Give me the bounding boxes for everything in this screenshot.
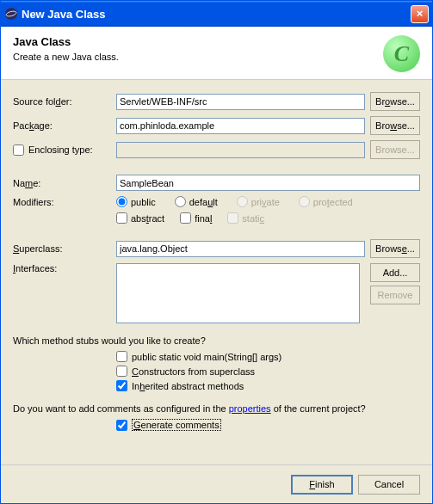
browse-superclass-button[interactable]: Browse...	[370, 239, 420, 258]
modifier-final-checkbox[interactable]: final	[180, 212, 212, 224]
comments-question: Do you want to add comments as configure…	[13, 403, 420, 414]
source-folder-label: Source folder:	[13, 96, 116, 107]
superclass-label: Superclass:	[13, 243, 116, 254]
package-input[interactable]	[116, 118, 365, 134]
modifier-abstract-checkbox[interactable]: abstract	[116, 212, 164, 224]
stub-inherited-checkbox[interactable]: Inherited abstract methods	[116, 380, 420, 391]
dialog-footer: Finish Cancel	[1, 464, 432, 503]
remove-interface-button: Remove	[370, 286, 420, 304]
enclosing-type-checkbox[interactable]: Enclosing type:	[13, 144, 116, 156]
eclipse-icon	[4, 7, 18, 21]
close-button[interactable]: ×	[411, 5, 429, 23]
stub-constructors-checkbox[interactable]: Constructors from superclass	[116, 366, 420, 377]
modifier-private-radio: private	[237, 196, 280, 207]
stub-main-checkbox[interactable]: public static void main(String[] args)	[116, 351, 420, 362]
browse-enclosing-button: Browse...	[370, 140, 420, 159]
modifier-default-radio[interactable]: default	[175, 196, 218, 207]
titlebar: New Java Class ×	[1, 1, 432, 27]
stubs-question: Which method stubs would you like to cre…	[13, 335, 420, 346]
properties-link[interactable]: properties	[229, 403, 271, 414]
interfaces-label: Interfaces:	[13, 263, 116, 274]
name-input[interactable]	[116, 175, 420, 191]
header-description: Create a new Java class.	[13, 52, 420, 62]
svg-point-0	[5, 8, 17, 20]
class-icon: C	[383, 35, 420, 72]
name-label: Name:	[13, 178, 116, 188]
enclosing-type-input	[116, 142, 365, 158]
package-label: Package:	[13, 120, 116, 131]
finish-button[interactable]: Finish	[291, 475, 353, 495]
browse-package-button[interactable]: Browse...	[370, 116, 420, 135]
header-title: Java Class	[13, 35, 420, 48]
dialog-header: Java Class Create a new Java class. C	[1, 27, 432, 80]
generate-comments-checkbox[interactable]: Generate comments	[116, 419, 420, 431]
cancel-button[interactable]: Cancel	[358, 475, 420, 495]
modifier-static-checkbox: static	[227, 212, 264, 224]
add-interface-button[interactable]: Add...	[370, 263, 420, 282]
modifier-public-radio[interactable]: public	[116, 196, 156, 207]
browse-source-button[interactable]: Browse...	[370, 92, 420, 111]
modifier-protected-radio: protected	[299, 196, 353, 207]
modifiers-label: Modifiers:	[13, 197, 116, 207]
interfaces-listbox[interactable]	[116, 263, 360, 323]
superclass-input[interactable]	[116, 241, 365, 257]
source-folder-input[interactable]	[116, 94, 365, 110]
window-title: New Java Class	[22, 8, 411, 21]
